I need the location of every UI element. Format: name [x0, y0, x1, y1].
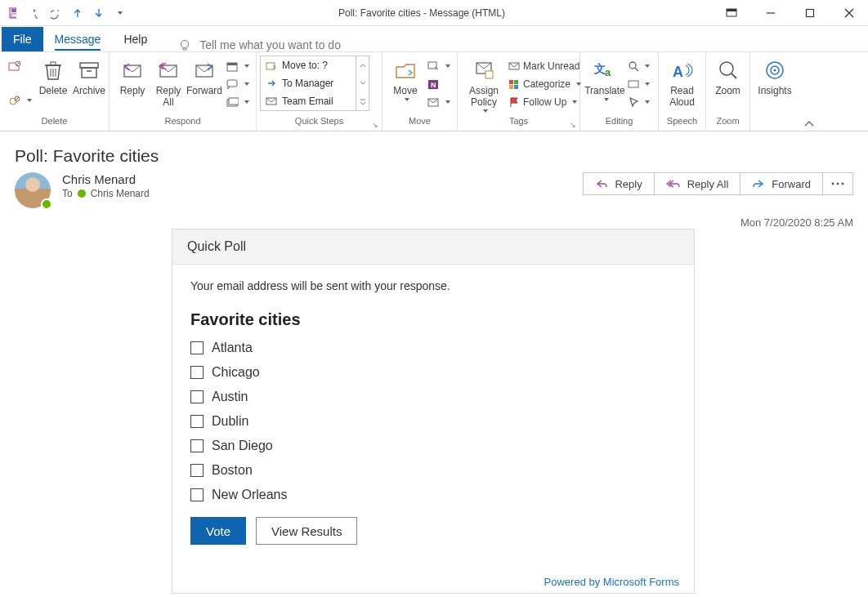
- poll-option[interactable]: Boston: [190, 463, 676, 478]
- qs-team-email[interactable]: Team Email: [261, 92, 356, 110]
- meeting-button[interactable]: [222, 57, 253, 75]
- actions-icon: [427, 96, 440, 108]
- checkbox-icon[interactable]: [190, 464, 204, 477]
- mark-unread-button[interactable]: Mark Unread: [505, 57, 584, 75]
- ribbon-display-options-button[interactable]: [713, 0, 750, 26]
- translate-button[interactable]: 文a Translate: [585, 56, 624, 101]
- svg-line-14: [16, 97, 19, 100]
- chat-icon: [226, 78, 239, 90]
- svg-rect-21: [82, 68, 96, 78]
- checkbox-icon[interactable]: [190, 390, 204, 403]
- launcher-icon[interactable]: ↘: [372, 121, 378, 129]
- checkbox-icon[interactable]: [190, 488, 204, 501]
- reply-button[interactable]: Reply: [114, 56, 150, 96]
- poll-option[interactable]: San Diego: [190, 439, 676, 453]
- assign-policy-button[interactable]: Assign Policy: [463, 56, 505, 113]
- forward-button[interactable]: Forward: [186, 56, 222, 96]
- select-button[interactable]: [624, 93, 653, 111]
- tab-help[interactable]: Help: [112, 27, 159, 51]
- save-icon: [8, 7, 16, 20]
- move-folder-icon: [394, 60, 417, 80]
- read-aloud-button[interactable]: A Read Aloud: [664, 56, 700, 108]
- poll-header: Quick Poll: [172, 229, 694, 265]
- move-button[interactable]: Move: [387, 56, 423, 101]
- previous-item-button[interactable]: [67, 4, 85, 22]
- poll-option-label: New Orleans: [212, 488, 287, 502]
- next-item-button[interactable]: [88, 4, 106, 22]
- svg-rect-43: [509, 85, 513, 89]
- im-button[interactable]: [222, 75, 253, 93]
- more-respond-button[interactable]: [222, 93, 253, 111]
- onenote-icon: N: [427, 78, 440, 90]
- to-manager-icon: [266, 78, 277, 88]
- poll-option[interactable]: Austin: [190, 390, 676, 404]
- reply-icon: [121, 60, 144, 80]
- action-more-button[interactable]: [822, 172, 853, 195]
- poll-option[interactable]: Atlanta: [190, 341, 676, 355]
- delete-button[interactable]: Delete: [35, 56, 71, 96]
- categorize-button[interactable]: Categorize: [505, 75, 584, 93]
- redo-button[interactable]: [46, 4, 64, 22]
- checkbox-icon[interactable]: [190, 439, 204, 452]
- checkbox-icon[interactable]: [190, 415, 204, 428]
- tab-message[interactable]: Message: [43, 27, 113, 51]
- vote-button[interactable]: Vote: [190, 517, 246, 545]
- onenote-button[interactable]: N: [423, 75, 454, 93]
- save-button[interactable]: [3, 4, 21, 22]
- checkbox-icon[interactable]: [190, 366, 204, 379]
- poll-option[interactable]: Chicago: [190, 365, 676, 380]
- svg-text:文: 文: [593, 62, 606, 75]
- related-button[interactable]: [624, 75, 653, 93]
- qs-scroll-up[interactable]: [356, 56, 369, 74]
- expand-gallery-icon: [360, 98, 366, 105]
- svg-text:A: A: [673, 64, 683, 80]
- quick-access-toolbar: [0, 4, 131, 22]
- poll-option[interactable]: Dublin: [190, 414, 676, 429]
- qat-customize-button[interactable]: [110, 4, 128, 22]
- powered-by-link[interactable]: Powered by Microsoft Forms: [172, 564, 694, 593]
- svg-text:a: a: [605, 66, 611, 78]
- qs-scroll-down[interactable]: [356, 74, 369, 92]
- follow-up-button[interactable]: Follow Up: [505, 93, 584, 111]
- svg-point-57: [837, 183, 839, 185]
- action-forward-button[interactable]: Forward: [740, 172, 823, 195]
- reply-all-button[interactable]: Reply All: [150, 56, 186, 108]
- svg-rect-30: [229, 98, 239, 105]
- maximize-button[interactable]: [791, 0, 829, 26]
- qs-move-to[interactable]: Move to: ?: [261, 56, 356, 74]
- checkbox-icon[interactable]: [190, 341, 204, 354]
- sender-avatar[interactable]: [15, 172, 51, 208]
- launcher-icon[interactable]: ↘: [570, 121, 576, 129]
- zoom-button[interactable]: Zoom: [710, 56, 746, 96]
- team-email-icon: [266, 96, 277, 106]
- svg-point-7: [181, 41, 189, 48]
- action-reply-button[interactable]: Reply: [583, 172, 654, 195]
- rules-button[interactable]: [423, 57, 454, 75]
- reply-all-arrow-icon: [666, 178, 681, 189]
- minimize-button[interactable]: [752, 0, 790, 26]
- chevron-down-icon: [360, 81, 366, 86]
- action-reply-all-button[interactable]: Reply All: [654, 172, 741, 195]
- qs-expand[interactable]: [356, 92, 369, 110]
- actions-button[interactable]: [423, 93, 454, 111]
- junk-button[interactable]: [5, 91, 35, 109]
- ignore-button[interactable]: [5, 57, 35, 75]
- insights-icon: [764, 60, 785, 81]
- svg-rect-42: [514, 80, 518, 84]
- qs-to-manager[interactable]: To Manager: [261, 74, 356, 92]
- find-button[interactable]: [624, 57, 653, 75]
- archive-button[interactable]: Archive: [71, 56, 107, 96]
- redo-icon: [51, 7, 59, 20]
- group-label-delete: Delete: [0, 116, 109, 131]
- collapse-ribbon-button[interactable]: [799, 52, 819, 131]
- forward-arrow-icon: [752, 178, 765, 189]
- tab-file[interactable]: File: [2, 27, 43, 51]
- quick-steps-gallery[interactable]: Move to: ? To Manager Team Email: [260, 56, 369, 111]
- insights-button[interactable]: Insights: [755, 56, 794, 96]
- undo-button[interactable]: [25, 4, 43, 22]
- ribbon-options-icon: [726, 8, 737, 18]
- poll-option[interactable]: New Orleans: [190, 488, 676, 502]
- close-button[interactable]: [830, 0, 868, 26]
- view-results-button[interactable]: View Results: [256, 517, 357, 545]
- tell-me-search[interactable]: Tell me what you want to do: [178, 38, 341, 51]
